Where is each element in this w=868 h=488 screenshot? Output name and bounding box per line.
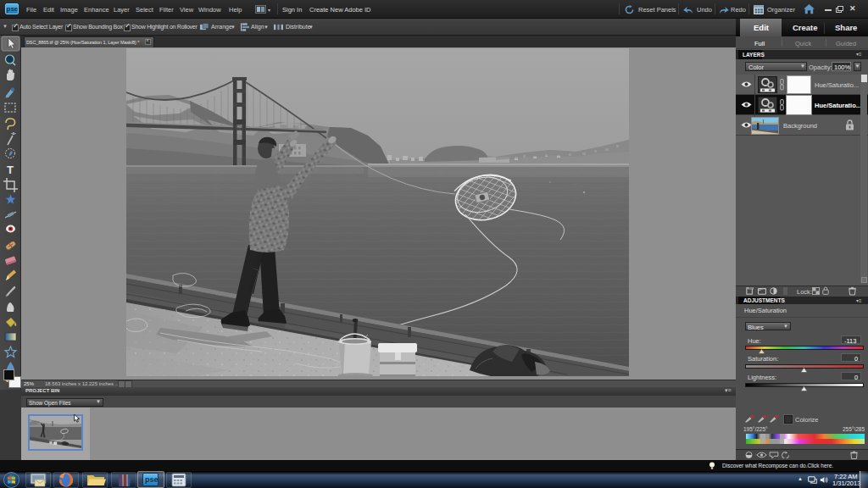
svg-text:T: T: [7, 164, 14, 176]
